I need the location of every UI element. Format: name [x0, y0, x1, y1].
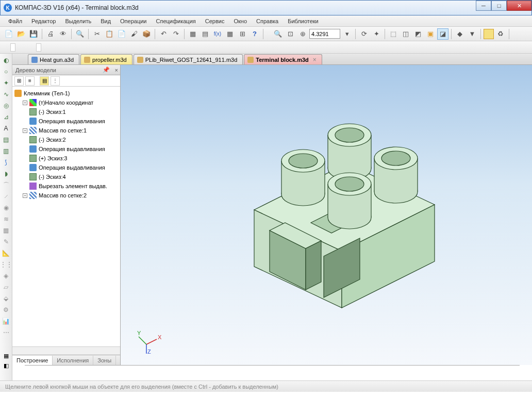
properties-button[interactable]: 📦	[141, 28, 152, 40]
hidden-button[interactable]: ◫	[400, 28, 411, 40]
new-button[interactable]: 📄	[3, 28, 14, 40]
tool-edit-icon[interactable]: ✎	[2, 237, 11, 246]
tree-item[interactable]: +Массив по сетке:1	[14, 126, 118, 135]
tree-item[interactable]: Вырезать элемент выдав.	[14, 181, 118, 191]
pin-icon[interactable]: 📌	[103, 67, 110, 73]
zoom-scale-button[interactable]: ⊕	[297, 28, 308, 40]
maximize-button[interactable]: □	[491, 1, 507, 11]
copy-button[interactable]: 📋	[104, 28, 115, 40]
tool-measure-icon[interactable]: 📐	[2, 248, 11, 258]
persp-button[interactable]: ◆	[454, 28, 466, 40]
dropdown-small-2[interactable]	[36, 43, 41, 52]
dropdown-small-1[interactable]	[10, 43, 15, 52]
tree-scrollbar[interactable]	[12, 346, 120, 355]
fx-button[interactable]: f(x)	[212, 28, 223, 40]
tree-item[interactable]: (-) Эскиз:4	[14, 172, 118, 181]
save-button[interactable]: 💾	[28, 28, 39, 40]
search-button[interactable]: 🔍	[74, 28, 86, 40]
tool-array-icon[interactable]: ⋮⋮	[2, 260, 11, 269]
tree-item[interactable]: (-) Эскиз:2	[14, 135, 118, 144]
tool-circle-icon[interactable]: ◎	[2, 101, 11, 110]
zoom-dd[interactable]: ▾	[341, 28, 353, 40]
3d-viewport[interactable]: X Y Z	[121, 65, 532, 365]
box-button[interactable]	[484, 29, 494, 39]
tool-thread-icon[interactable]: ≋	[2, 214, 11, 224]
tool-point-icon[interactable]: ✦	[2, 78, 11, 88]
expand-icon[interactable]: +	[23, 128, 27, 133]
orient-button[interactable]: ✦	[371, 28, 382, 40]
menu-file[interactable]: Файл	[4, 16, 26, 26]
menu-select[interactable]: Выделить	[61, 16, 95, 26]
section-button[interactable]: ▼	[467, 28, 478, 40]
menu-service[interactable]: Сервис	[201, 16, 229, 26]
tool-weld-icon[interactable]: ⬙	[2, 294, 11, 303]
print-button[interactable]: 🖨	[45, 28, 56, 40]
tool-surf-icon[interactable]: ◈	[2, 271, 11, 280]
tab-close-icon[interactable]: ×	[313, 56, 317, 63]
tree-item[interactable]: (-) Эскиз:1	[14, 107, 118, 117]
panel-btn-2[interactable]: ◧	[4, 362, 9, 369]
close-panel-icon[interactable]: ×	[115, 67, 118, 73]
tree-item[interactable]: Операция выдавливания	[14, 117, 118, 126]
expand-icon[interactable]: +	[23, 101, 27, 105]
close-button[interactable]: ✕	[507, 1, 531, 11]
wireframe-button[interactable]: ⬚	[388, 28, 399, 40]
menu-libs[interactable]: Библиотеки	[284, 16, 323, 26]
calc-button[interactable]: ⊞	[237, 28, 248, 40]
tool-hole-icon[interactable]: ◉	[2, 203, 11, 212]
tab-terminal[interactable]: Terminal block.m3d×	[244, 54, 322, 64]
tool-sheet-icon[interactable]: ▱	[2, 283, 11, 292]
tree-item[interactable]: Операция выдавливания	[14, 163, 118, 172]
tool-rect-icon[interactable]: ▤	[2, 135, 11, 144]
manager-button[interactable]: ▦	[187, 28, 198, 40]
tool-fillet-icon[interactable]: ⌒	[2, 180, 11, 190]
menu-spec[interactable]: Спецификация	[152, 16, 200, 26]
menu-window[interactable]: Окно	[229, 16, 251, 26]
tool-more-icon[interactable]: ⋯	[2, 328, 11, 337]
cut-button[interactable]: ✂	[91, 28, 103, 40]
tab-zones[interactable]: Зоны	[93, 356, 116, 365]
tool-current-icon[interactable]: ○	[2, 67, 11, 76]
preview-button[interactable]: 👁	[57, 28, 69, 40]
tool-line-icon[interactable]: ∿	[2, 90, 11, 99]
tab-plib[interactable]: PLib_Riwet_GOST_12641_911.m3d	[134, 54, 243, 64]
zoom-fit-button[interactable]: ⊡	[285, 28, 296, 40]
tree-root[interactable]: Клеммник (Тел-1)	[14, 89, 118, 98]
tool-lib-icon[interactable]: ▦	[2, 226, 11, 235]
tree-btn-3[interactable]: ▤	[40, 76, 49, 86]
menu-help[interactable]: Справка	[252, 16, 282, 26]
vars-button[interactable]: ▦	[224, 28, 236, 40]
tab-propeller[interactable]: propeller.m3d	[80, 54, 132, 64]
tool-chamfer-icon[interactable]: ⟋	[2, 192, 11, 201]
menu-view[interactable]: Вид	[96, 16, 115, 26]
minimize-button[interactable]: ─	[476, 1, 491, 11]
tool-arc-icon[interactable]: ⊿	[2, 112, 11, 122]
tree-btn-2[interactable]: ≡	[25, 76, 35, 86]
tree-btn-4[interactable]: ⋮	[51, 76, 60, 86]
tool-mate-icon[interactable]: ⚙	[2, 305, 11, 314]
tree-item[interactable]: Операция выдавливания	[14, 144, 118, 154]
brush-button[interactable]: 🖌	[128, 28, 140, 40]
tree-item[interactable]: +(т)Начало координат	[14, 98, 118, 107]
paste-button[interactable]: 📄	[116, 28, 127, 40]
shaded-edge-button[interactable]: ◪	[437, 28, 448, 40]
panel-btn-1[interactable]: ▦	[4, 353, 9, 359]
nohidden-button[interactable]: ◩	[412, 28, 424, 40]
tree-item[interactable]: +Массив по сетке:2	[14, 191, 118, 200]
tree-btn-1[interactable]: ⊞	[14, 76, 24, 86]
tool-report-icon[interactable]: 📊	[2, 317, 11, 326]
help-button[interactable]: ?	[249, 28, 260, 40]
expand-icon[interactable]: +	[23, 193, 27, 198]
shaded-button[interactable]: ▣	[425, 28, 436, 40]
redo-button[interactable]: ↷	[170, 28, 181, 40]
rotate-button[interactable]: ⟳	[358, 28, 370, 40]
tool-box-icon[interactable]: ▥	[2, 146, 11, 156]
tree-item[interactable]: (+) Эскиз:3	[14, 154, 118, 163]
tab-exec[interactable]: Исполнения	[53, 356, 93, 365]
zoom-in-button[interactable]: 🔍	[272, 28, 284, 40]
tool-curve-icon[interactable]: ⟆	[2, 158, 11, 167]
open-button[interactable]: 📂	[15, 28, 27, 40]
tool-spline-icon[interactable]: ◗	[2, 169, 11, 178]
menu-editor[interactable]: Редактор	[27, 16, 60, 26]
tool-geometry-icon[interactable]: ◐	[2, 56, 11, 65]
